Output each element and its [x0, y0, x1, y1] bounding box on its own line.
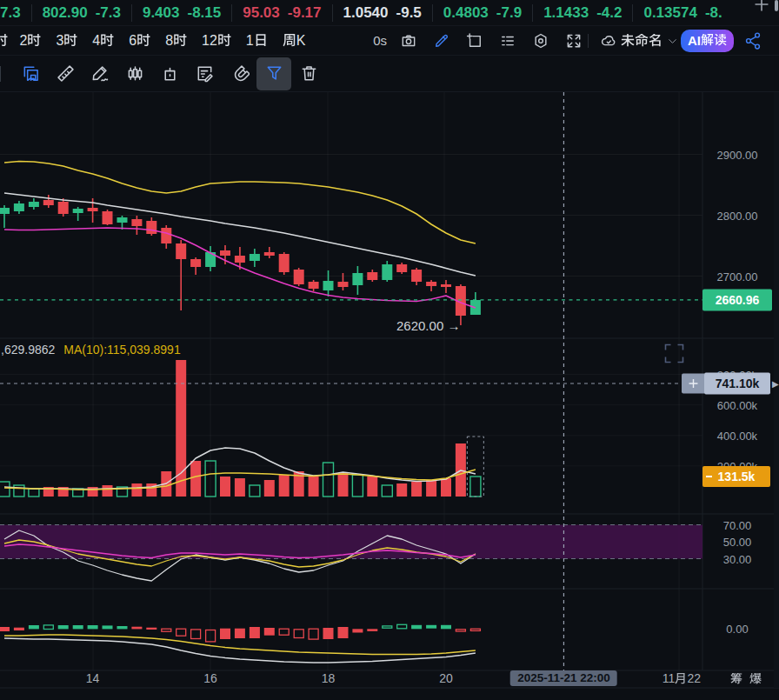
trading-app: 7.3802.90-7.39.403-8.1595.03-9.171.0540-… [0, 0, 779, 700]
ticker-change: -8.15 [187, 4, 221, 22]
volume-bars [0, 360, 481, 497]
ticker-item[interactable]: 9.403-8.15 [131, 4, 231, 22]
ticker-price: 0.4803 [443, 4, 489, 22]
volume-maximize-icon [666, 345, 683, 363]
timeframe-item[interactable]: 2 [12, 33, 49, 49]
last-price-badge: 2660.96 [702, 289, 772, 310]
divider [588, 34, 589, 48]
chip-liquidation[interactable] [749, 671, 762, 685]
chevron-down-icon[interactable] [667, 35, 678, 46]
settings-icon[interactable] [532, 32, 549, 50]
ai-analysis-button[interactable]: AI [681, 30, 734, 52]
ticker-item[interactable]: 1.0540-9.5 [332, 4, 432, 22]
volume-ma10-value: MA(10):115,039.8991 [63, 343, 180, 357]
time-axis-label: 20 [439, 671, 453, 685]
time-axis-label: 14 [86, 671, 100, 685]
oscillator-axis-label: 50.00 [703, 536, 771, 549]
timeframe-item[interactable]: 4 [85, 33, 122, 49]
price-axis-label: 2900.00 [703, 148, 771, 161]
fullscreen-icon[interactable] [565, 32, 583, 50]
add-pane-icon[interactable] [466, 32, 483, 50]
trash-icon[interactable] [291, 57, 326, 90]
timeframe-item-partial[interactable] [0, 33, 8, 49]
grid [0, 92, 702, 670]
oscillator-axis-label: 70.00 [703, 518, 771, 531]
chart-canvas [0, 92, 779, 700]
crosshair [0, 92, 682, 670]
order-note-icon[interactable] [187, 57, 222, 90]
volume-axis-label: 600.00k [703, 398, 771, 411]
candles [0, 195, 481, 325]
magnet-icon[interactable] [222, 57, 256, 90]
timeframe-item[interactable]: 12 [195, 33, 239, 49]
ticker-price: 1.0540 [343, 4, 389, 22]
chart-toolbar: 23468121K 0s AI [0, 26, 779, 56]
volume-ma-badge: 131.5k [702, 466, 770, 487]
ticker-item[interactable]: 802.90-7.3 [31, 4, 131, 22]
add-symbol-button[interactable] [749, 0, 774, 16]
chip-chips-distribution[interactable] [730, 671, 742, 685]
time-axis-label: 16 [203, 671, 217, 685]
volume-crosshair-badge: 741.10k [704, 372, 770, 394]
price-ma-lines [4, 162, 476, 309]
templates-bookmark-icon[interactable] [13, 57, 48, 90]
ticker-change: -7.3 [96, 4, 121, 22]
timeframe-item[interactable]: 1 [238, 33, 275, 49]
ticker-item[interactable]: 7.3 [0, 4, 31, 22]
filter-icon[interactable] [256, 57, 291, 90]
ticker-change: -8. [705, 4, 722, 22]
chart-area[interactable]: ,629.9862MA(10):115,039.8991 2900.002800… [0, 92, 779, 700]
layout-name[interactable] [621, 33, 662, 49]
volume-axis-label: 400.00k [703, 429, 771, 442]
drawing-toolbar [0, 56, 779, 92]
ticker-price: 1.1433 [543, 4, 589, 22]
low-price-annotation: 2620.00 → [396, 318, 460, 333]
lock-icon[interactable] [152, 57, 187, 90]
oscillator-axis-label: 30.00 [703, 552, 771, 565]
timeframe-item[interactable]: 6 [122, 33, 158, 49]
axis-arrow-icon: ▶ [772, 378, 779, 388]
volume-ma5-value: ,629.9862 [1, 343, 55, 357]
pencil-draw-icon[interactable] [83, 57, 117, 90]
ticker-item[interactable]: 95.03-9.17 [231, 4, 331, 22]
price-axis-label: 2800.00 [703, 209, 771, 222]
ticker-change: -9.5 [396, 4, 422, 22]
ticker-item[interactable]: 0.4803-7.9 [432, 4, 532, 22]
replay-speed-label[interactable]: 0s [373, 33, 387, 48]
crosshair-drag-handle[interactable] [682, 373, 704, 393]
ticker-item[interactable]: 0.13574-8. [632, 4, 732, 22]
cloud-icon[interactable] [600, 32, 617, 50]
ticker-price: 802.90 [43, 4, 88, 22]
draw-icon[interactable] [433, 32, 450, 50]
timeframe-bar: 23468121K [0, 26, 313, 55]
timeframe-item[interactable]: 8 [158, 33, 195, 49]
ticker-change: -7.9 [496, 4, 522, 22]
timeframe-item[interactable]: K [275, 33, 313, 49]
price-axis-label: 2700.00 [703, 270, 771, 283]
camera-icon[interactable] [400, 32, 417, 50]
ticker-change: -9.17 [288, 4, 322, 22]
share-icon[interactable] [743, 31, 762, 50]
candle-pattern-icon[interactable] [117, 57, 152, 90]
ruler-icon[interactable] [48, 57, 83, 90]
ticker-price: 7.3 [0, 4, 21, 22]
chart-menu: 0s AI [373, 26, 779, 55]
scrollbar-thumb[interactable] [775, 0, 778, 11]
ticker-change: -4.2 [596, 4, 622, 22]
timeframe-item[interactable]: 3 [49, 33, 85, 49]
macd-plot [0, 624, 480, 663]
indicator-list-icon[interactable] [499, 32, 516, 50]
ticker-price: 95.03 [243, 4, 280, 22]
ticker-item[interactable]: 1.1433-4.2 [532, 4, 632, 22]
volume-ma-legend: ,629.9862MA(10):115,039.8991 [1, 343, 181, 357]
macd-axis-label: 0.00 [703, 623, 771, 636]
time-axis-label: 18 [322, 671, 336, 685]
ticker-price: 9.403 [143, 4, 180, 22]
divider [0, 66, 1, 82]
ticker-tape: 7.3802.90-7.39.403-8.1595.03-9.171.0540-… [0, 0, 779, 26]
crosshair-time-badge: 2025-11-21 22:00 [510, 670, 617, 686]
time-axis-label: 1122 [662, 671, 701, 685]
ticker-price: 0.13574 [643, 4, 696, 22]
